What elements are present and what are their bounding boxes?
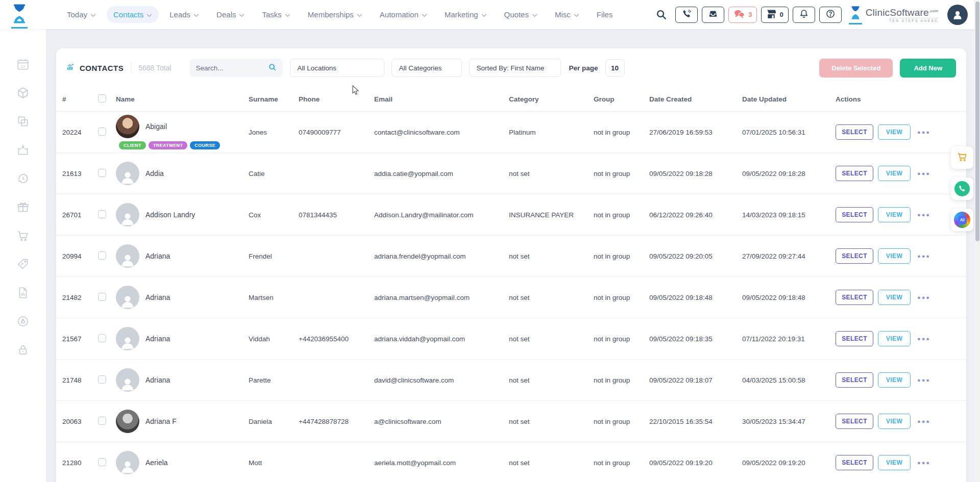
contact-phone: +442036955400 (299, 335, 374, 343)
row-checkbox[interactable] (98, 458, 106, 466)
sort-filter[interactable]: Sorted By: First Name (469, 59, 561, 77)
search-icon[interactable] (268, 63, 277, 73)
chevron-down-icon (532, 10, 537, 19)
view-button[interactable]: VIEW (878, 331, 911, 346)
notifications-button[interactable] (793, 7, 815, 23)
global-search-icon[interactable] (655, 9, 667, 20)
nav-item-contacts[interactable]: Contacts (107, 6, 159, 23)
locations-filter[interactable]: All Locations (290, 59, 384, 77)
lock-icon[interactable] (16, 343, 30, 357)
select-button[interactable]: SELECT (836, 290, 873, 305)
row-more-icon[interactable]: ●●● (917, 129, 930, 135)
floating-cart-button[interactable] (951, 146, 973, 169)
contact-surname: Cox (249, 211, 299, 219)
delete-selected-button[interactable]: Delete Selected (819, 59, 893, 78)
contact-badge: TREATMENT (149, 141, 187, 149)
row-checkbox[interactable] (98, 334, 106, 342)
select-button[interactable]: SELECT (836, 248, 873, 264)
price-tag-icon[interactable] (16, 258, 30, 271)
contact-id: 21280 (62, 459, 98, 467)
contact-avatar (116, 368, 139, 392)
view-button[interactable]: VIEW (878, 414, 911, 429)
search-input[interactable] (196, 64, 264, 72)
nav-item-memberships[interactable]: Memberships (301, 6, 369, 23)
nav-item-automation[interactable]: Automation (373, 6, 434, 23)
categories-filter[interactable]: All Categories (391, 59, 462, 77)
contact-group: not in group (594, 418, 649, 425)
contact-date-updated: 07/11/2022 20:19:31 (742, 335, 836, 343)
nav-item-misc[interactable]: Misc (548, 6, 586, 23)
view-button[interactable]: VIEW (878, 372, 911, 388)
row-more-icon[interactable]: ●●● (917, 212, 930, 218)
contact-name: Adriana F (145, 417, 177, 425)
copy-icon[interactable] (16, 115, 30, 128)
floating-phone-button[interactable] (951, 177, 973, 200)
history-icon[interactable] (16, 172, 30, 185)
app-logo-icon[interactable] (11, 3, 28, 29)
view-button[interactable]: VIEW (878, 166, 911, 181)
chevron-down-icon (357, 10, 362, 19)
row-more-icon[interactable]: ●●● (917, 336, 930, 342)
select-button[interactable]: SELECT (836, 166, 873, 181)
select-button[interactable]: SELECT (836, 455, 873, 470)
select-button[interactable]: SELECT (836, 414, 873, 429)
help-button[interactable] (819, 7, 842, 23)
row-checkbox[interactable] (98, 251, 106, 260)
select-all-checkbox[interactable] (98, 94, 106, 103)
nav-item-deals[interactable]: Deals (210, 6, 251, 23)
phone-button[interactable] (675, 7, 698, 23)
row-more-icon[interactable]: ●●● (917, 294, 930, 300)
cart-icon[interactable] (16, 229, 30, 242)
row-more-icon[interactable]: ●●● (917, 377, 930, 383)
contact-email: adriana.viddah@yopmail.com (374, 335, 509, 343)
package-icon[interactable] (16, 86, 30, 99)
nav-item-files[interactable]: Files (590, 6, 620, 23)
row-checkbox[interactable] (98, 128, 106, 136)
row-checkbox[interactable] (98, 210, 106, 218)
row-checkbox[interactable] (98, 293, 106, 301)
user-avatar[interactable] (947, 5, 968, 25)
chat-icon (733, 9, 745, 20)
basket-in-icon[interactable] (16, 143, 30, 157)
view-button[interactable]: VIEW (878, 207, 911, 222)
user-lock-icon[interactable] (16, 315, 30, 328)
nav-item-leads[interactable]: Leads (163, 6, 206, 23)
nav-item-tasks[interactable]: Tasks (255, 6, 297, 23)
floating-ai-button[interactable]: AI (951, 209, 973, 231)
select-button[interactable]: SELECT (836, 207, 873, 222)
gift-icon[interactable] (16, 200, 30, 214)
select-button[interactable]: SELECT (836, 372, 873, 388)
contact-avatar (116, 203, 139, 226)
contact-category: not set (509, 418, 594, 425)
per-page-input[interactable] (605, 59, 625, 77)
contact-name: Adriana (145, 376, 170, 384)
view-button[interactable]: VIEW (878, 290, 911, 305)
row-more-icon[interactable]: ●●● (917, 170, 930, 176)
table-row: 21613 Addia Catie addia.catie@yopmail.co… (56, 153, 966, 194)
row-more-icon[interactable]: ●●● (917, 253, 930, 259)
contact-avatar (116, 244, 139, 268)
calendar-icon[interactable]: 12 (16, 58, 30, 71)
row-checkbox[interactable] (98, 375, 106, 384)
contact-avatar (116, 327, 139, 350)
row-checkbox[interactable] (98, 417, 106, 425)
view-button[interactable]: VIEW (878, 455, 911, 470)
nav-item-quotes[interactable]: Quotes (498, 6, 544, 23)
shop-button[interactable]: 0 (761, 7, 788, 23)
inbox-button[interactable] (702, 7, 724, 23)
select-button[interactable]: SELECT (836, 124, 873, 140)
row-more-icon[interactable]: ●●● (917, 460, 930, 466)
nav-item-today[interactable]: Today (60, 6, 103, 23)
chat-button[interactable]: 3 (728, 7, 757, 23)
contact-group: not in group (594, 252, 649, 260)
view-button[interactable]: VIEW (878, 248, 911, 264)
contact-date-updated: 04/03/2025 15:00:58 (742, 376, 836, 384)
scrollbar-thumb[interactable] (975, 2, 979, 241)
report-icon[interactable] (16, 286, 30, 299)
nav-item-marketing[interactable]: Marketing (438, 6, 494, 23)
select-button[interactable]: SELECT (836, 331, 873, 346)
row-checkbox[interactable] (98, 169, 106, 177)
view-button[interactable]: VIEW (878, 124, 911, 140)
row-more-icon[interactable]: ●●● (917, 418, 930, 424)
add-new-button[interactable]: Add New (900, 59, 956, 78)
